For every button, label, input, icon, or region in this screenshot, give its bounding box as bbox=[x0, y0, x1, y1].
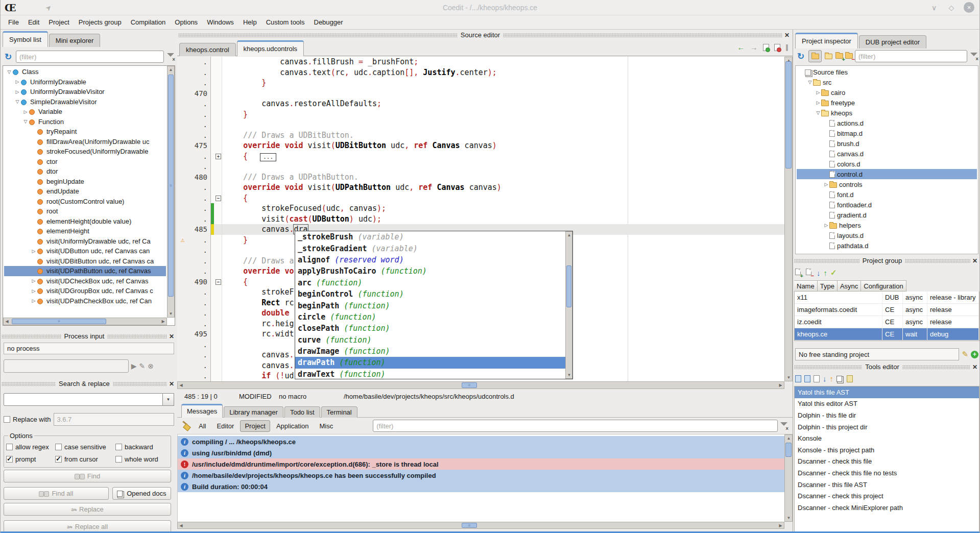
find-button[interactable]: Find bbox=[4, 470, 171, 482]
refresh-symbols-icon[interactable]: ↻ bbox=[3, 52, 14, 62]
close-panel-icon[interactable]: ✕ bbox=[167, 333, 176, 340]
message-filter-button[interactable]: All bbox=[194, 420, 210, 432]
symbol-tree-item[interactable]: elementHeight(double value) bbox=[4, 216, 166, 227]
async-mode-icon[interactable]: ✓ bbox=[830, 268, 837, 277]
project-file-item[interactable]: fontloader.d bbox=[797, 200, 977, 210]
sources-view-button[interactable] bbox=[808, 50, 822, 62]
fold-marker[interactable] bbox=[214, 172, 222, 183]
fold-marker[interactable] bbox=[214, 151, 222, 162]
symbol-tree-item[interactable]: Function bbox=[4, 117, 166, 127]
messages-vscrollbar[interactable]: ▲ ▼ bbox=[784, 434, 793, 522]
messages-hscrollbar[interactable]: ◀ ≡ ▶ bbox=[177, 522, 784, 529]
editor-tab[interactable]: kheops.udcontrols bbox=[237, 40, 304, 56]
code-line[interactable]: . } bbox=[177, 78, 784, 88]
message-tab[interactable]: Library manager bbox=[224, 406, 283, 418]
fold-marker[interactable] bbox=[214, 256, 222, 266]
close-panel-icon[interactable]: ✕ bbox=[970, 257, 979, 264]
add-source-icon[interactable]: + bbox=[835, 53, 843, 60]
project-file-item[interactable]: freetype bbox=[797, 98, 977, 108]
menu-item[interactable]: Edit bbox=[23, 16, 44, 28]
search-dropdown-button[interactable]: ▼ bbox=[163, 393, 174, 406]
project-file-item[interactable]: controls bbox=[797, 179, 977, 189]
fold-marker[interactable] bbox=[214, 224, 222, 235]
fold-marker[interactable] bbox=[214, 340, 222, 350]
fold-marker[interactable] bbox=[214, 161, 222, 172]
symbol-tree-item[interactable]: tryRepaint bbox=[4, 127, 166, 137]
left-tab[interactable]: Symbol list bbox=[3, 31, 48, 47]
fold-marker[interactable] bbox=[214, 287, 222, 298]
symbol-tree-item[interactable]: fillDrawArea(UniformlyDrawable uc bbox=[4, 137, 166, 147]
message-filter-button[interactable]: Project bbox=[240, 420, 270, 432]
menu-item[interactable]: Projects group bbox=[74, 16, 126, 28]
code-line[interactable]: . canvas.restoreAllDefaults; bbox=[177, 99, 784, 109]
fold-marker[interactable] bbox=[214, 119, 222, 130]
process-input-field[interactable] bbox=[4, 359, 129, 373]
completion-item[interactable]: arc (function) bbox=[295, 277, 565, 288]
fold-marker[interactable] bbox=[214, 109, 222, 120]
tool-item[interactable]: Dolphin - this project dir bbox=[795, 421, 979, 433]
tool-item[interactable]: Dscanner - check this file no tests bbox=[795, 467, 979, 479]
message-row[interactable]: i compiling / ... /kheops/kheops.ce bbox=[178, 436, 784, 447]
expander-icon[interactable] bbox=[31, 249, 37, 254]
column-header[interactable]: Name bbox=[794, 280, 818, 292]
left-tab[interactable]: Mini explorer bbox=[49, 34, 100, 47]
completion-item[interactable]: _strokeGradient (variable) bbox=[295, 243, 565, 254]
column-header[interactable]: Type bbox=[818, 280, 838, 292]
fold-marker[interactable] bbox=[214, 298, 222, 308]
message-row[interactable]: i Build duration: 00:00:04 bbox=[178, 481, 784, 492]
completion-scrollbar[interactable]: ▲ ▼ bbox=[565, 231, 572, 379]
completion-item[interactable]: drawPath (function) bbox=[295, 357, 565, 368]
fold-marker[interactable] bbox=[214, 235, 222, 246]
code-line[interactable]: . } bbox=[177, 109, 784, 120]
remove-source-icon[interactable]: − bbox=[845, 53, 853, 60]
save-tools-icon[interactable] bbox=[814, 375, 820, 382]
scrollbar-thumb[interactable]: ≡ bbox=[462, 382, 477, 388]
scrollbar-thumb[interactable]: ≡ bbox=[462, 523, 477, 528]
edit-tool-icon[interactable] bbox=[847, 375, 853, 382]
symbol-tree-hscrollbar[interactable]: ◀ ≡ ▶ bbox=[3, 318, 167, 325]
project-file-item[interactable]: gradient.d bbox=[797, 210, 977, 220]
send-input-icon[interactable]: ▶ bbox=[131, 362, 137, 370]
code-line[interactable]: . { bbox=[177, 193, 784, 204]
symbol-tree-item[interactable]: endUpdate bbox=[4, 186, 166, 197]
project-file-item[interactable]: font.d bbox=[797, 189, 977, 200]
open-folder-icon[interactable] bbox=[825, 54, 832, 59]
project-file-item[interactable]: brush.d bbox=[797, 138, 977, 149]
message-tab[interactable]: Terminal bbox=[321, 406, 357, 418]
message-tab[interactable]: Messages bbox=[181, 404, 223, 418]
fold-marker[interactable] bbox=[214, 350, 222, 360]
refresh-project-icon[interactable]: ↻ bbox=[795, 51, 806, 62]
symbol-tree-item[interactable]: dtor bbox=[4, 166, 166, 177]
completion-item[interactable]: beginControl (function) bbox=[295, 288, 565, 300]
tool-item[interactable]: Konsole bbox=[795, 432, 979, 444]
fold-marker[interactable] bbox=[214, 319, 222, 329]
menu-item[interactable]: Compilation bbox=[126, 16, 171, 28]
symbol-tree-item[interactable]: UniformlyDrawableVisitor bbox=[4, 87, 166, 97]
menu-item[interactable]: File bbox=[4, 16, 23, 28]
import-tool-icon[interactable] bbox=[795, 375, 801, 382]
replace-with-checkbox[interactable]: Replace with bbox=[4, 416, 51, 423]
tool-item[interactable]: Yatol this editor AST bbox=[795, 398, 979, 410]
fold-marker[interactable] bbox=[214, 130, 222, 141]
expander-icon[interactable] bbox=[823, 223, 829, 228]
code-line[interactable]: . bbox=[177, 119, 784, 130]
project-file-item[interactable]: helpers bbox=[797, 220, 977, 230]
tool-item[interactable]: Dscanner - this file AST bbox=[795, 479, 979, 491]
symbol-tree-item[interactable]: root bbox=[4, 206, 166, 216]
fold-marker[interactable] bbox=[214, 266, 222, 277]
code-line[interactable]: 470 bbox=[177, 88, 784, 99]
symbol-tree-item[interactable]: Variable bbox=[4, 107, 166, 117]
tool-item[interactable]: Dscanner - check this file bbox=[795, 456, 979, 468]
replace-with-input[interactable] bbox=[54, 413, 174, 426]
search-option-checkbox[interactable]: prompt bbox=[6, 455, 55, 463]
symbol-tree-item[interactable]: elementHeight bbox=[4, 226, 166, 236]
message-row[interactable]: i /home/basile/dev/projects/kheops/kheop… bbox=[178, 470, 784, 481]
project-row[interactable]: iz.coedit CE async release bbox=[795, 316, 979, 328]
fold-marker[interactable] bbox=[214, 214, 222, 225]
symbol-tree-item[interactable]: visit(UDGroupBox udc, ref Canvas c bbox=[4, 286, 166, 296]
message-filter-button[interactable]: Misc bbox=[315, 420, 338, 432]
expander-icon[interactable] bbox=[14, 99, 20, 104]
find-all-button[interactable]: Find all bbox=[4, 487, 109, 500]
editor-tab[interactable]: kheops.control bbox=[179, 43, 236, 56]
expander-icon[interactable] bbox=[807, 80, 813, 85]
